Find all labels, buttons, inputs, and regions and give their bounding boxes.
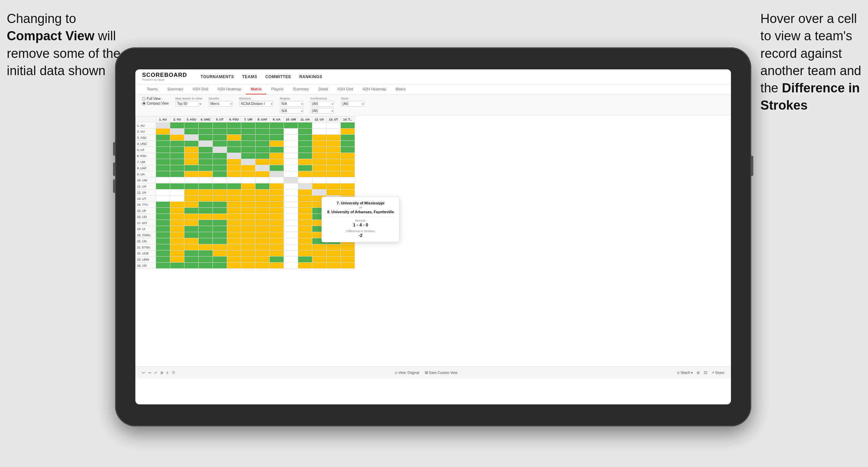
matrix-cell[interactable] xyxy=(327,135,341,141)
matrix-cell[interactable] xyxy=(170,250,184,257)
matrix-cell[interactable] xyxy=(327,263,341,269)
matrix-cell[interactable] xyxy=(327,141,341,147)
conference-select-2[interactable]: (All) xyxy=(310,108,334,114)
matrix-cell[interactable] xyxy=(156,135,170,141)
matrix-cell[interactable] xyxy=(199,214,213,220)
matrix-cell[interactable] xyxy=(156,177,170,183)
matrix-cell[interactable] xyxy=(170,208,184,214)
matrix-cell[interactable] xyxy=(170,147,184,153)
matrix-cell[interactable] xyxy=(213,147,227,153)
matrix-cell[interactable] xyxy=(199,220,213,226)
share-btn[interactable]: ↗ Share xyxy=(711,371,724,375)
matrix-cell[interactable] xyxy=(199,135,213,141)
matrix-cell[interactable] xyxy=(184,183,199,190)
matrix-cell[interactable] xyxy=(270,257,284,263)
matrix-cell[interactable] xyxy=(312,183,327,190)
matrix-cell[interactable] xyxy=(156,147,170,153)
matrix-cell[interactable] xyxy=(298,238,312,244)
matrix-cell[interactable] xyxy=(341,244,355,250)
matrix-cell[interactable] xyxy=(156,250,170,257)
matrix-cell[interactable] xyxy=(312,177,327,183)
matrix-cell[interactable] xyxy=(270,250,284,257)
matrix-cell[interactable] xyxy=(298,129,312,135)
max-teams-select[interactable]: Top 50 xyxy=(175,101,199,107)
matrix-cell[interactable] xyxy=(312,159,327,165)
matrix-cell[interactable] xyxy=(241,220,255,226)
matrix-cell[interactable] xyxy=(284,147,298,153)
matrix-cell[interactable] xyxy=(284,153,298,159)
matrix-cell[interactable] xyxy=(241,177,255,183)
nav-rankings[interactable]: RANKINGS xyxy=(299,73,322,81)
matrix-cell[interactable] xyxy=(284,257,298,263)
gender-select[interactable]: Men's xyxy=(209,101,232,107)
matrix-cell[interactable] xyxy=(327,153,341,159)
matrix-cell[interactable] xyxy=(341,159,355,165)
matrix-cell[interactable] xyxy=(255,202,270,208)
tab-matrix-2[interactable]: Matrix xyxy=(391,84,410,94)
matrix-cell[interactable] xyxy=(327,159,341,165)
matrix-cell[interactable] xyxy=(341,263,355,269)
matrix-cell[interactable] xyxy=(298,183,312,190)
matrix-cell[interactable] xyxy=(213,153,227,159)
matrix-cell[interactable] xyxy=(270,202,284,208)
matrix-cell[interactable] xyxy=(184,165,199,171)
matrix-cell[interactable] xyxy=(284,232,298,238)
matrix-cell[interactable] xyxy=(298,159,312,165)
full-view-radio-btn[interactable] xyxy=(142,97,146,101)
matrix-cell[interactable] xyxy=(284,244,298,250)
matrix-cell[interactable] xyxy=(298,177,312,183)
matrix-cell[interactable] xyxy=(241,190,255,196)
matrix-cell[interactable] xyxy=(284,141,298,147)
matrix-cell[interactable] xyxy=(170,257,184,263)
division-select-wrapper[interactable]: NCAA Division I xyxy=(239,101,273,107)
matrix-cell[interactable] xyxy=(312,190,327,196)
matrix-cell[interactable] xyxy=(327,244,341,250)
matrix-cell[interactable] xyxy=(298,196,312,202)
matrix-cell[interactable] xyxy=(255,165,270,171)
full-view-radio[interactable]: Full View xyxy=(142,97,169,101)
matrix-cell[interactable] xyxy=(241,123,255,129)
matrix-cell[interactable] xyxy=(284,208,298,214)
matrix-cell[interactable] xyxy=(156,238,170,244)
matrix-cell[interactable] xyxy=(284,263,298,269)
matrix-cell[interactable] xyxy=(213,226,227,232)
matrix-cell[interactable] xyxy=(227,183,241,190)
matrix-cell[interactable] xyxy=(184,202,199,208)
tab-h2h-heatmap-2[interactable]: H2H Heatmap xyxy=(358,84,391,94)
matrix-cell[interactable] xyxy=(298,165,312,171)
matrix-cell[interactable] xyxy=(213,135,227,141)
matrix-cell[interactable] xyxy=(255,226,270,232)
matrix-cell[interactable] xyxy=(170,244,184,250)
matrix-cell[interactable] xyxy=(327,250,341,257)
matrix-cell[interactable] xyxy=(327,177,341,183)
matrix-cell[interactable] xyxy=(227,208,241,214)
matrix-cell[interactable] xyxy=(298,220,312,226)
matrix-cell[interactable] xyxy=(199,183,213,190)
matrix-cell[interactable] xyxy=(156,183,170,190)
matrix-cell[interactable] xyxy=(255,147,270,153)
matrix-cell[interactable] xyxy=(241,263,255,269)
matrix-cell[interactable] xyxy=(156,202,170,208)
matrix-cell[interactable] xyxy=(227,147,241,153)
matrix-cell[interactable] xyxy=(184,220,199,226)
matrix-cell[interactable] xyxy=(156,141,170,147)
region-select-wrapper[interactable]: N/A xyxy=(280,101,304,107)
matrix-cell[interactable] xyxy=(312,257,327,263)
matrix-cell[interactable] xyxy=(184,135,199,141)
matrix-cell[interactable] xyxy=(341,177,355,183)
matrix-cell[interactable] xyxy=(312,147,327,153)
matrix-cell[interactable] xyxy=(312,141,327,147)
matrix-cell[interactable] xyxy=(255,263,270,269)
matrix-cell[interactable] xyxy=(270,226,284,232)
matrix-cell[interactable] xyxy=(298,171,312,177)
redo-btn[interactable]: ↪ xyxy=(148,371,151,375)
matrix-cell[interactable] xyxy=(270,196,284,202)
matrix-cell[interactable] xyxy=(255,183,270,190)
matrix-cell[interactable] xyxy=(341,135,355,141)
matrix-cell[interactable] xyxy=(327,183,341,190)
team-select-wrapper[interactable]: (All) xyxy=(341,101,364,107)
matrix-cell[interactable] xyxy=(284,183,298,190)
matrix-cell[interactable] xyxy=(284,135,298,141)
matrix-cell[interactable] xyxy=(312,165,327,171)
matrix-cell[interactable] xyxy=(227,263,241,269)
